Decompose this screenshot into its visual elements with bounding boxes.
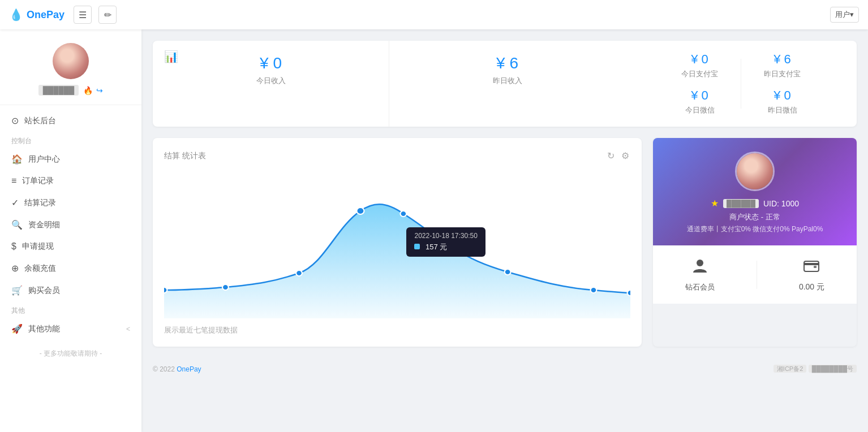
search-icon: 🔍 [11,219,23,230]
chart-point-1 [164,287,167,293]
star-icon: ★ [711,198,719,209]
chart-point-4 [356,208,364,214]
chart-card: 结算 统计表 ↻ ⚙ [153,138,642,347]
recharge-icon: ⊕ [11,263,19,274]
sidebar-item-admin[interactable]: ⊙ 站长后台 [0,110,141,132]
stats-card-detail: 👤 ¥ 0 今日支付宝 ¥ 0 今日微信 ¥ 6 昨日支付宝 ¥ 0 昨日微信 [625,41,857,127]
chevron-left-icon: < [126,325,130,333]
profile-card: ★ ██████ UID: 1000 商户状态 - 正常 通道费率丨支付宝0% … [653,138,857,347]
chart-area: 2022-10-18 17:30:50 157 元 [164,171,630,318]
chart-area-fill [164,204,630,318]
stats-card-today: 📊 ¥ 0 今日收入 [153,41,389,127]
sidebar: ██████ 🔥 ↪ ⊙ 站长后台 控制台 🏠 用户中心 ≡ 订单记录 ✓ 结算… [0,29,141,432]
profile-icons: 🔥 ↪ [83,86,103,95]
chart-point-5 [400,211,406,217]
sidebar-profile: ██████ 🔥 ↪ [0,38,141,105]
wallet-icon [802,257,820,279]
merchant-status: 商户状态 - 正常 [664,212,845,222]
chart-title-prefix: 结算 [164,151,180,160]
rocket-icon: 🚀 [11,323,23,334]
today-alipay: ¥ 0 今日支付宝 ¥ 0 今日微信 [681,52,718,115]
balance-value: 0.00 元 [799,282,824,292]
sidebar-item-recharge[interactable]: ⊕ 余额充值 [0,257,141,279]
today-amount: ¥ 0 [171,54,371,72]
icp-suffix: ████████号 [809,365,857,373]
chart-svg [164,171,630,318]
profile-uid-row: ★ ██████ UID: 1000 [664,198,845,209]
today-alipay-label: 今日支付宝 [681,69,718,79]
profile-card-header: ★ ██████ UID: 1000 商户状态 - 正常 通道费率丨支付宝0% … [653,138,857,245]
profile-card-avatar [735,152,775,191]
balance-item: 0.00 元 [799,257,824,292]
sidebar-item-user-center[interactable]: 🏠 用户中心 [0,148,141,170]
avatar [53,43,89,79]
main-content: 📊 ¥ 0 今日收入 ¥ 6 昨日收入 👤 ¥ 0 今日支付宝 ¥ 0 今日微信… [141,29,868,432]
chart-point-3 [296,270,302,276]
stats-right-row: ¥ 0 今日支付宝 ¥ 0 今日微信 ¥ 6 昨日支付宝 ¥ 0 昨日微信 [641,52,841,115]
stats-card-yesterday: ¥ 6 昨日收入 [389,41,625,127]
today-wechat-label: 今日微信 [681,105,718,115]
header-right: 用户▾ [830,7,859,23]
sidebar-withdraw-label: 申请提现 [22,241,130,252]
refresh-button[interactable]: ↻ [606,149,616,162]
settings-button[interactable]: ⚙ [620,149,630,162]
stats-divider [741,59,741,109]
yesterday-label: 昨日收入 [407,76,607,86]
member-label: 钻石会员 [685,282,715,292]
chart-point-7 [591,287,597,293]
sidebar-order-label: 订单记录 [22,176,130,186]
yesterday-amount: ¥ 6 [407,54,607,72]
yesterday-alipay-amount: ¥ 6 [764,52,801,67]
member-item: 钻石会员 [685,257,715,292]
sidebar-section-label: 控制台 [0,132,141,148]
uid-name: ██████ [723,199,759,208]
yesterday-alipay-label: 昨日支付宝 [764,69,801,79]
dollar-icon: $ [11,241,16,252]
sidebar-item-fund[interactable]: 🔍 资金明细 [0,214,141,236]
chart-actions: ↻ ⚙ [606,149,630,162]
svg-rect-1 [804,261,819,271]
logout-icon[interactable]: ↪ [96,86,103,95]
chart-point-8 [628,290,630,296]
icp-text: 湘ICP备2 [774,365,806,373]
today-label: 今日收入 [171,76,371,86]
other-section-label: 其他 [0,301,141,318]
cart-icon: 🛒 [11,285,23,296]
today-wechat-amount: ¥ 0 [681,88,718,103]
admin-icon: ⊙ [11,115,19,126]
sidebar-item-settlement[interactable]: ✓ 结算记录 [0,192,141,214]
profile-card-divider [757,261,757,289]
svg-rect-2 [804,263,819,265]
chart-point-tooltip [505,269,511,275]
sidebar-user-center-label: 用户中心 [28,154,130,165]
header: 💧 OnePay ☰ ✏ 用户▾ [0,0,868,29]
footer-copyright: © 2022 OnePay [153,365,201,373]
chart-footer: 展示最近七笔提现数据 [164,325,630,335]
logo-icon: 💧 [9,8,23,21]
sidebar-item-withdraw[interactable]: $ 申请提现 [0,236,141,257]
sidebar-settlement-label: 结算记录 [24,198,130,208]
channel-rate: 通道费率丨支付宝0% 微信支付0% PayPal0% [664,224,845,234]
yesterday-wechat-amount: ¥ 0 [764,88,801,103]
menu-button[interactable]: ☰ [74,6,92,24]
profile-name: ██████ [38,85,79,96]
page-footer: © 2022 OnePay 湘ICP备2 ████████号 [153,358,857,380]
sidebar-item-order-records[interactable]: ≡ 订单记录 [0,170,141,192]
sidebar-item-other-func[interactable]: 🚀 其他功能 < [0,318,141,340]
bottom-row: 结算 统计表 ↻ ⚙ [153,138,857,347]
edit-button[interactable]: ✏ [98,6,117,24]
footer-brand: OnePay [177,365,201,373]
chart-title: 结算 统计表 [164,150,206,161]
person-svg [691,257,709,275]
wallet-svg [802,257,820,275]
chart-point-2 [222,284,229,290]
today-alipay-amount: ¥ 0 [681,52,718,67]
svg-rect-3 [814,266,817,268]
sidebar-fund-label: 资金明细 [28,220,130,230]
chart-header: 结算 统计表 ↻ ⚙ [164,149,630,162]
user-dropdown[interactable]: 用户▾ [830,7,859,23]
footer-icp: 湘ICP备2 ████████号 [774,365,857,373]
header-left: 💧 OnePay ☰ ✏ [9,6,117,24]
sidebar-item-buy-member[interactable]: 🛒 购买会员 [0,279,141,301]
fire-icon[interactable]: 🔥 [83,86,93,95]
